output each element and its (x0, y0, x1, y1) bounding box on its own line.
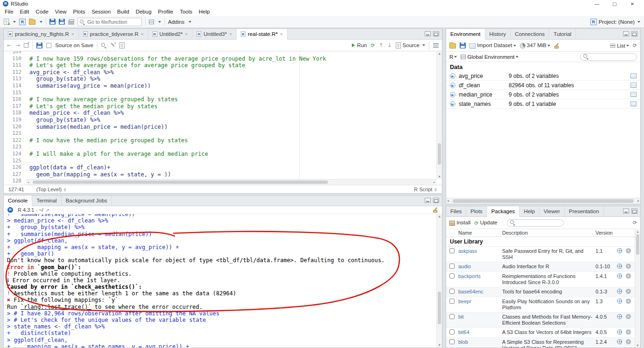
open-file-caret-icon[interactable] (40, 21, 42, 23)
editor-tab-untitled2[interactable]: Untitled2* (148, 29, 193, 39)
compile-report-icon[interactable] (119, 42, 125, 49)
editor-tab-practicing-ny-flights-r[interactable]: practicing_ny_flights.R (4, 29, 79, 39)
tab-terminal[interactable]: Terminal (32, 195, 61, 206)
description-column-header[interactable]: Description (500, 230, 595, 236)
package-remove-icon[interactable] (626, 264, 631, 269)
editor-tab-real-state-r[interactable]: real-state.R* (237, 29, 287, 40)
tab-tutorial[interactable]: Tutorial (549, 29, 576, 39)
package-website-icon[interactable] (617, 273, 622, 278)
menu-edit[interactable]: Edit (17, 8, 33, 15)
tab-close-icon[interactable] (185, 32, 188, 37)
package-name-link[interactable]: base64enc (457, 289, 500, 295)
next-chunk-icon[interactable]: ↓ (387, 42, 392, 48)
import-dataset-button[interactable]: Import Dataset (469, 42, 516, 48)
print-icon[interactable] (68, 21, 74, 25)
view-data-icon[interactable] (630, 73, 637, 78)
tab-close-icon[interactable] (280, 32, 283, 37)
packages-search-input[interactable] (517, 220, 559, 226)
doc-type-selector[interactable]: R Script (414, 187, 437, 192)
new-file-caret-icon[interactable] (13, 21, 16, 23)
editor-tab-practice-tidyverse-r[interactable]: practice_tidyverse.R (79, 29, 148, 39)
package-remove-icon[interactable] (626, 339, 631, 344)
addins-button[interactable]: Addins (168, 19, 184, 25)
run-button[interactable]: Run (352, 42, 367, 48)
package-name-link[interactable]: bit (457, 314, 500, 320)
environment-selector[interactable]: Global Environment (461, 54, 518, 60)
menu-help[interactable]: Help (196, 8, 213, 15)
scroll-up-icon[interactable] (437, 215, 442, 218)
menu-session[interactable]: Session (88, 8, 114, 15)
tab-console[interactable]: Console (4, 195, 32, 206)
menu-plots[interactable]: Plots (70, 8, 89, 15)
package-website-icon[interactable] (617, 314, 622, 319)
tab-background-jobs[interactable]: Background Jobs (62, 195, 112, 206)
back-arrow-icon[interactable]: ← (7, 42, 12, 48)
window-maximize-button[interactable] (606, 1, 623, 7)
save-workspace-icon[interactable] (460, 42, 466, 49)
view-data-icon[interactable] (630, 83, 637, 88)
tab-connections[interactable]: Connections (511, 29, 549, 39)
package-loaded-checkbox[interactable] (449, 264, 455, 269)
load-workspace-icon[interactable] (449, 43, 456, 49)
install-button[interactable]: Install (449, 220, 470, 225)
expand-icon[interactable] (450, 101, 455, 107)
package-name-link[interactable]: bit64 (457, 329, 500, 335)
tab-plots[interactable]: Plots (466, 206, 487, 216)
find-replace-icon[interactable] (101, 43, 106, 48)
tab-close-icon[interactable] (141, 32, 144, 37)
pane-maximize-icon[interactable] (631, 209, 637, 214)
package-name-link[interactable]: backports (457, 273, 500, 279)
package-website-icon[interactable] (617, 329, 622, 334)
package-remove-icon[interactable] (626, 314, 631, 319)
menu-tools[interactable]: Tools (176, 8, 196, 15)
package-loaded-checkbox[interactable] (449, 339, 455, 344)
tab-files[interactable]: Files (446, 206, 466, 216)
package-website-icon[interactable] (617, 289, 622, 294)
menu-build[interactable]: Build (114, 8, 133, 15)
expand-icon[interactable] (450, 83, 455, 88)
package-loaded-checkbox[interactable] (449, 329, 455, 334)
scroll-left-icon[interactable] (27, 180, 29, 184)
package-loaded-checkbox[interactable] (449, 299, 455, 304)
language-selector[interactable]: R (449, 54, 457, 60)
env-object-row[interactable]: df_clean82964 obs. of 11 variables (446, 81, 640, 90)
pane-minimize-icon[interactable] (623, 209, 629, 214)
pane-maximize-icon[interactable] (433, 31, 439, 36)
view-data-icon[interactable] (630, 92, 637, 97)
document-outline-icon[interactable] (433, 43, 439, 48)
package-name-link[interactable]: audio (457, 264, 500, 270)
package-website-icon[interactable] (617, 248, 622, 253)
scroll-down-icon[interactable] (437, 343, 442, 347)
menu-file[interactable]: File (1, 8, 17, 15)
scope-selector[interactable]: (Top Level) (36, 187, 67, 192)
pane-minimize-icon[interactable] (425, 198, 431, 203)
package-remove-icon[interactable] (626, 329, 631, 334)
pane-minimize-icon[interactable] (623, 31, 629, 36)
tab-presentation[interactable]: Presentation (565, 206, 604, 216)
save-all-icon[interactable] (59, 19, 65, 25)
env-object-row[interactable]: state_names9 obs. of 1 variable (446, 99, 640, 109)
environment-search-input[interactable] (590, 54, 632, 60)
rerun-icon[interactable] (371, 43, 375, 48)
scroll-right-icon[interactable] (433, 180, 435, 184)
save-icon[interactable] (36, 42, 42, 49)
scroll-down-icon[interactable] (437, 175, 442, 179)
package-name-link[interactable]: blob (457, 339, 500, 345)
open-in-window-icon[interactable] (46, 208, 49, 213)
package-remove-icon[interactable] (626, 289, 631, 294)
popout-icon[interactable] (24, 43, 28, 48)
scrollbar-thumb[interactable] (438, 143, 441, 165)
window-minimize-button[interactable] (588, 1, 606, 7)
scrollbar-thumb[interactable] (453, 199, 634, 203)
addins-caret-icon[interactable] (189, 21, 191, 23)
scroll-up-icon[interactable] (635, 230, 640, 233)
clear-objects-icon[interactable] (554, 43, 560, 49)
tab-packages[interactable]: Packages (487, 206, 520, 217)
scrollbar-thumb[interactable] (438, 292, 441, 324)
open-file-icon[interactable] (29, 20, 35, 25)
package-name-link[interactable]: beepr (457, 299, 500, 305)
code-tools-icon[interactable] (110, 42, 116, 48)
scrollbar-thumb[interactable] (33, 181, 328, 184)
pane-maximize-icon[interactable] (433, 198, 439, 203)
scroll-left-icon[interactable] (447, 199, 449, 203)
